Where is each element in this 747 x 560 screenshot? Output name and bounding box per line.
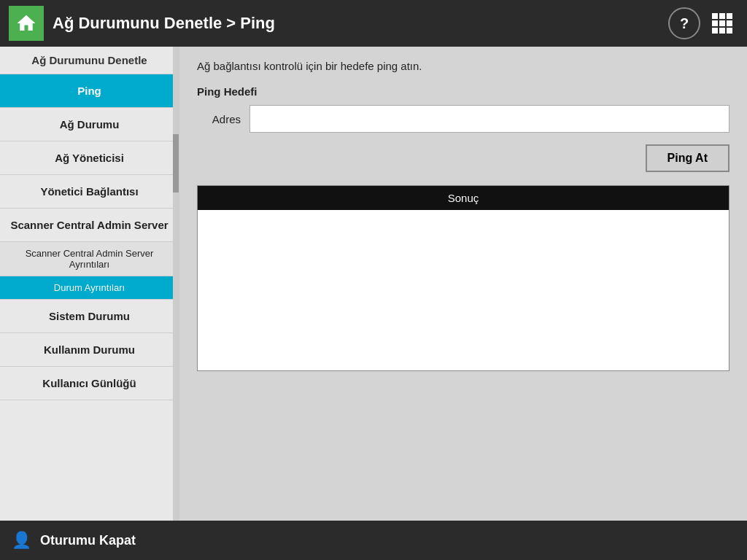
home-button[interactable] xyxy=(9,6,44,41)
sidebar-scrollbar-thumb xyxy=(173,134,179,192)
ping-button[interactable]: Ping At xyxy=(646,144,729,172)
sidebar-item-ping[interactable]: Ping xyxy=(0,74,179,108)
home-icon xyxy=(15,12,37,34)
ping-target-label: Ping Hedefi xyxy=(197,85,729,98)
grid-icon xyxy=(712,13,732,34)
logout-icon: 👤 xyxy=(12,531,31,550)
header: Ağ Durumunu Denetle > Ping ? xyxy=(0,0,747,47)
sidebar-item-ag-durumu[interactable]: Ağ Durumu xyxy=(0,108,179,141)
content-description: Ağ bağlantısı kontrolü için bir hedefe p… xyxy=(197,60,729,72)
sidebar-item-durum-ayrintilari[interactable]: Durum Ayrıntıları xyxy=(0,276,179,300)
sidebar: Ağ Durumunu Denetle Ping Ağ Durumu Ağ Yö… xyxy=(0,47,179,521)
ping-button-row: Ping At xyxy=(197,144,729,172)
result-body xyxy=(198,210,729,370)
sidebar-scrollbar[interactable] xyxy=(173,47,179,521)
footer[interactable]: 👤 Oturumu Kapat xyxy=(0,521,747,560)
help-button[interactable]: ? xyxy=(668,7,700,39)
logout-label: Oturumu Kapat xyxy=(40,533,136,548)
result-header: Sonuç xyxy=(198,186,729,210)
sidebar-item-sistem-durumu[interactable]: Sistem Durumu xyxy=(0,300,179,333)
address-label: Adres xyxy=(197,113,241,125)
sidebar-item-scanner-central[interactable]: Scanner Central Admin Server xyxy=(0,209,179,242)
grid-button[interactable] xyxy=(706,7,738,39)
sidebar-item-ag-yoneticisi[interactable]: Ağ Yöneticisi xyxy=(0,141,179,175)
address-row: Adres xyxy=(197,105,729,133)
sidebar-item-kullanici-gunlugu[interactable]: Kullanıcı Günlüğü xyxy=(0,367,179,400)
header-icons: ? xyxy=(668,7,738,39)
result-section: Sonuç xyxy=(197,185,729,371)
address-input[interactable] xyxy=(249,105,729,133)
sidebar-item-kullanim-durumu[interactable]: Kullanım Durumu xyxy=(0,333,179,367)
main-layout: Ağ Durumunu Denetle Ping Ağ Durumu Ağ Yö… xyxy=(0,47,747,521)
sidebar-section-header: Ağ Durumunu Denetle xyxy=(0,47,179,74)
sidebar-item-scanner-central-sub[interactable]: Scanner Central Admin Server Ayrıntıları xyxy=(0,242,179,276)
page-title: Ağ Durumunu Denetle > Ping xyxy=(53,14,659,33)
content-area: Ağ bağlantısı kontrolü için bir hedefe p… xyxy=(179,47,747,521)
sidebar-item-yonetici-baglantisi[interactable]: Yönetici Bağlantısı xyxy=(0,175,179,209)
